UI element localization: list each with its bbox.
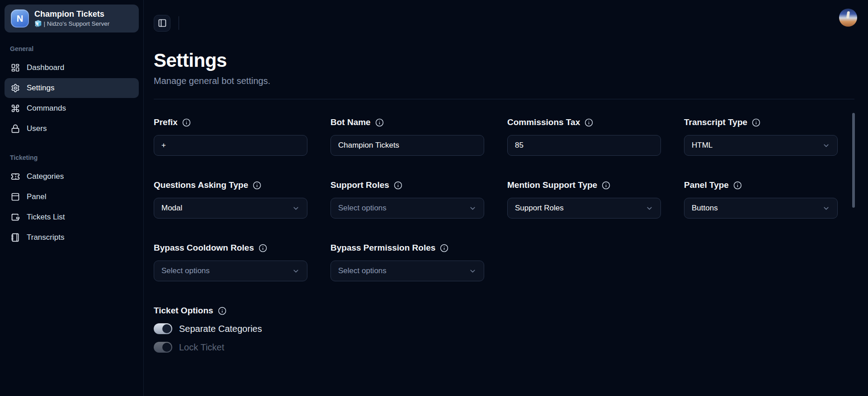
sidebar-item-label: Commands (27, 104, 66, 113)
sidebar-item-dashboard[interactable]: Dashboard (5, 58, 139, 78)
select-value: HTML (692, 141, 712, 150)
section-label-general: General (10, 45, 139, 52)
topbar (144, 0, 868, 36)
scrollbar-thumb[interactable] (852, 113, 855, 208)
chevron-down-icon (469, 267, 476, 275)
sidebar: N Champion Tickets 🧊 | Nidzo's Support S… (0, 0, 144, 396)
commissions-tax-input[interactable] (507, 135, 661, 156)
dashboard-icon (11, 63, 20, 72)
field-bot-name: Bot Name (330, 117, 484, 156)
sidebar-item-transcripts[interactable]: Transcripts (5, 228, 139, 247)
lock-ticket-toggle[interactable] (154, 342, 172, 353)
sidebar-item-label: Settings (27, 84, 54, 93)
questions-asking-type-select[interactable]: Modal (154, 198, 307, 219)
select-value: Buttons (692, 204, 718, 213)
info-icon[interactable] (440, 244, 448, 252)
field-label: Questions Asking Type (154, 180, 248, 190)
toggle-label: Separate Categories (179, 324, 262, 334)
info-icon[interactable] (218, 307, 226, 315)
notebook-icon (11, 233, 20, 242)
server-name: Champion Tickets (34, 9, 109, 19)
sidebar-item-label: Categories (27, 172, 64, 181)
field-label: Mention Support Type (507, 180, 597, 190)
chevron-down-icon (822, 205, 830, 212)
select-placeholder: Select options (338, 266, 387, 275)
toggle-label: Lock Ticket (179, 342, 224, 353)
info-icon[interactable] (259, 244, 267, 252)
toggle-knob (162, 324, 171, 333)
transcript-type-select[interactable]: HTML (684, 135, 838, 156)
sidebar-item-label: Users (27, 124, 47, 133)
content-divider (154, 99, 854, 99)
field-label: Bypass Cooldown Roles (154, 243, 254, 253)
field-bypass-cooldown-roles: Bypass Cooldown Roles Select options (154, 243, 307, 281)
toggle-row-lock-ticket: Lock Ticket (154, 342, 854, 353)
select-value: Support Roles (515, 204, 564, 213)
toggle-row-separate-categories: Separate Categories (154, 323, 854, 334)
user-avatar[interactable] (839, 9, 857, 27)
select-value: Modal (161, 204, 182, 213)
field-label: Transcript Type (684, 117, 747, 127)
panel-icon (11, 192, 20, 201)
sidebar-item-categories[interactable]: Categories (5, 167, 139, 186)
topbar-divider (179, 16, 179, 30)
info-icon[interactable] (182, 118, 191, 127)
main-content: Settings Manage general bot settings. Pr… (144, 0, 868, 396)
info-icon[interactable] (752, 118, 760, 127)
ticket-options-group: Ticket Options Separate Categories Lock … (154, 306, 854, 353)
settings-form: Prefix Bot Name Commissions Tax (154, 117, 854, 353)
select-placeholder: Select options (161, 266, 210, 275)
support-roles-select[interactable]: Select options (330, 198, 484, 219)
info-icon[interactable] (733, 181, 742, 190)
field-label: Prefix (154, 117, 178, 127)
info-icon[interactable] (375, 118, 384, 127)
sidebar-item-users[interactable]: Users (5, 119, 139, 139)
page-title: Settings (154, 50, 854, 71)
bypass-cooldown-roles-select[interactable]: Select options (154, 261, 307, 281)
sidebar-item-label: Tickets List (27, 213, 65, 222)
section-label-ticketing: Ticketing (10, 154, 139, 161)
field-label: Panel Type (684, 180, 729, 190)
server-avatar: N (11, 9, 29, 28)
field-transcript-type: Transcript Type HTML (684, 117, 838, 156)
panel-type-select[interactable]: Buttons (684, 198, 838, 219)
sidebar-item-label: Panel (27, 192, 46, 201)
separate-categories-toggle[interactable] (154, 323, 172, 334)
chevron-down-icon (292, 267, 300, 275)
bot-name-input[interactable] (330, 135, 484, 156)
chevron-down-icon (292, 205, 300, 212)
server-selector[interactable]: N Champion Tickets 🧊 | Nidzo's Support S… (5, 5, 139, 33)
chevron-down-icon (646, 205, 653, 212)
prefix-input[interactable] (154, 135, 307, 156)
mention-support-type-select[interactable]: Support Roles (507, 198, 661, 219)
field-support-roles: Support Roles Select options (330, 180, 484, 219)
sidebar-item-label: Transcripts (27, 233, 64, 242)
sidebar-item-panel[interactable]: Panel (5, 187, 139, 207)
sidebar-toggle-button[interactable] (154, 15, 170, 32)
chevron-down-icon (469, 205, 476, 212)
ticket-icon (11, 172, 20, 181)
info-icon[interactable] (585, 118, 593, 127)
info-icon[interactable] (394, 181, 402, 190)
sidebar-item-label: Dashboard (27, 63, 64, 72)
field-prefix: Prefix (154, 117, 307, 156)
select-placeholder: Select options (338, 204, 387, 213)
field-bypass-permission-roles: Bypass Permission Roles Select options (330, 243, 484, 281)
field-commissions-tax: Commissions Tax (507, 117, 661, 156)
field-panel-type: Panel Type Buttons (684, 180, 838, 219)
sidebar-item-commands[interactable]: Commands (5, 98, 139, 118)
sidebar-item-settings[interactable]: Settings (5, 78, 139, 98)
field-label: Bypass Permission Roles (330, 243, 435, 253)
bypass-permission-roles-select[interactable]: Select options (330, 261, 484, 281)
field-mention-support-type: Mention Support Type Support Roles (507, 180, 661, 219)
toggle-knob (162, 343, 171, 352)
panel-left-icon (158, 19, 167, 28)
gear-icon (11, 84, 20, 93)
field-questions-asking-type: Questions Asking Type Modal (154, 180, 307, 219)
info-icon[interactable] (253, 181, 261, 190)
field-label: Commissions Tax (507, 117, 580, 127)
server-tagline: 🧊 | Nidzo's Support Server (34, 20, 109, 28)
command-icon (11, 104, 20, 113)
info-icon[interactable] (602, 181, 610, 190)
sidebar-item-tickets-list[interactable]: Tickets List (5, 207, 139, 227)
